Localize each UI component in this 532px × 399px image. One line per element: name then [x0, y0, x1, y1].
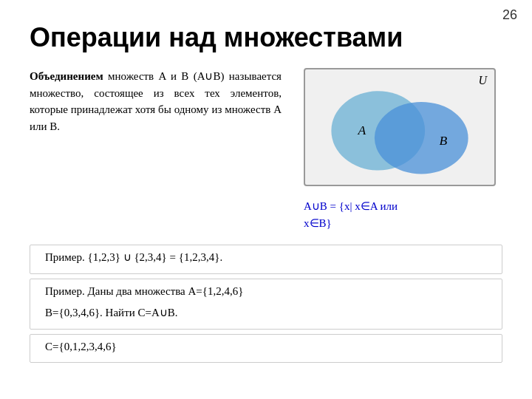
- slide-number: 26: [502, 7, 517, 23]
- example-answer-box: С={0,1,2,3,4,6}: [30, 334, 502, 364]
- svg-text:B: B: [440, 133, 448, 148]
- examples-section: Пример. {1,2,3} ∪ {2,3,4} = {1,2,3,4}. П…: [30, 245, 502, 363]
- example-2-box: Пример. Даны два множества A={1,2,4,6} B…: [30, 279, 502, 330]
- svg-text:A: A: [357, 123, 366, 137]
- example-1: Пример. {1,2,3} ∪ {2,3,4} = {1,2,3,4}.: [38, 248, 494, 267]
- example-2-line1: Пример. Даны два множества A={1,2,4,6}: [38, 282, 494, 301]
- content-area: Объединением множеств A и B (A∪B) называ…: [30, 68, 502, 231]
- example-answer: С={0,1,2,3,4,6}: [38, 338, 494, 357]
- formula-box: A∪B = {x| x∈A или x∈B}: [304, 198, 398, 231]
- venn-diagram: U A B: [304, 68, 496, 186]
- venn-svg: A B: [305, 69, 494, 185]
- slide: 26 Операции над множествами Объединением…: [0, 0, 532, 399]
- formula-line2: x∈B}: [304, 215, 398, 232]
- bold-word: Объединением: [30, 70, 103, 82]
- diagram-column: U A B A∪B = {x| x∈A или x∈B}: [296, 68, 502, 231]
- slide-title: Операции над множествами: [30, 22, 502, 53]
- example-1-box: Пример. {1,2,3} ∪ {2,3,4} = {1,2,3,4}.: [30, 245, 502, 274]
- svg-point-1: [375, 102, 468, 174]
- definition-paragraph: Объединением множеств A и B (A∪B) называ…: [30, 68, 282, 134]
- example-2-line2: B={0,3,4,6}. Найти С=A∪B.: [38, 304, 494, 323]
- formula-line1: A∪B = {x| x∈A или: [304, 198, 398, 215]
- definition-text: Объединением множеств A и B (A∪B) называ…: [30, 68, 282, 231]
